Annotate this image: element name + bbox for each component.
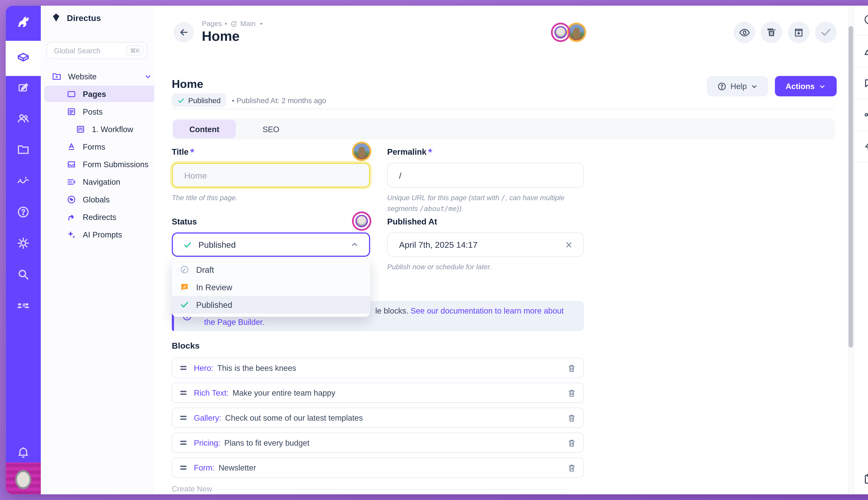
trash-icon[interactable] — [567, 413, 576, 423]
tab-content[interactable]: Content — [173, 120, 236, 138]
status-select[interactable]: Published — [172, 232, 370, 257]
sidebar-item-forms[interactable]: Forms — [44, 138, 172, 155]
trash-icon[interactable] — [567, 388, 576, 398]
module-search[interactable] — [6, 263, 41, 286]
title-field-label: Title★ — [172, 147, 195, 157]
tasks-panel-button[interactable] — [854, 473, 868, 485]
directus-rabbit-logo[interactable] — [6, 6, 41, 41]
chevron-up-icon — [350, 240, 359, 249]
drag-handle-icon[interactable] — [179, 440, 188, 446]
block-row-form[interactable]: Form:Newsletter — [172, 457, 584, 478]
chevron-down-icon[interactable] — [144, 72, 152, 80]
banner-line2: the Page Builder. — [204, 316, 265, 328]
trash-icon[interactable] — [567, 438, 576, 447]
clear-x-icon[interactable] — [564, 240, 573, 249]
module-edit[interactable] — [6, 77, 41, 99]
comment-icon — [863, 77, 868, 89]
block-row-rich-text[interactable]: Rich Text:Make your entire team happy — [172, 383, 584, 403]
docs-link-continued[interactable]: the Page Builder. — [204, 318, 265, 327]
status-option-in-review[interactable]: In Review — [172, 278, 370, 296]
drag-handle-icon[interactable] — [179, 389, 188, 396]
trash-icon[interactable] — [567, 363, 576, 373]
global-search[interactable]: ⌘K — [47, 42, 147, 59]
chevron-down-icon — [819, 82, 826, 90]
item-title: Home — [172, 78, 203, 91]
browser-icon — [66, 89, 77, 99]
sidebar-item-posts[interactable]: Posts — [44, 103, 172, 120]
permalink-field-label: Permalink★ — [387, 147, 433, 157]
breadcrumb-version[interactable]: Main — [240, 20, 255, 28]
module-insights[interactable] — [6, 169, 41, 192]
docs-link[interactable]: See our documentation to learn more abou… — [411, 306, 564, 315]
save-button[interactable] — [815, 22, 837, 43]
info-panel-button[interactable] — [854, 13, 868, 25]
field-presence-avatar-man — [354, 213, 369, 229]
published-meta: • Published At: 2 months ago — [232, 96, 326, 105]
title-input[interactable] — [183, 170, 359, 181]
app-window: Directus ⌘K Website Pages Posts — [6, 6, 868, 495]
current-user-avatar[interactable] — [6, 463, 41, 494]
page-title: Home — [202, 28, 240, 44]
flows-panel-button[interactable] — [854, 141, 868, 152]
nav-list-icon — [66, 177, 77, 187]
shares-panel-button[interactable] — [854, 109, 868, 121]
tab-seo[interactable]: SEO — [245, 120, 297, 138]
block-row-hero[interactable]: Hero:This is the bees knees — [172, 357, 584, 378]
module-files[interactable] — [6, 138, 41, 161]
block-row-pricing[interactable]: Pricing:Plans to fit every budget — [172, 432, 584, 453]
status-option-published[interactable]: Published — [172, 296, 370, 314]
sidebar-item-form-submissions[interactable]: Form Submissions — [44, 156, 172, 172]
desktop-background: Directus ⌘K Website Pages Posts — [0, 0, 868, 500]
drag-handle-icon[interactable] — [179, 464, 188, 471]
revisions-panel-button[interactable] — [854, 45, 868, 57]
sidebar-item-pages[interactable]: Pages — [44, 86, 172, 102]
trash-icon[interactable] — [567, 463, 576, 473]
presence-avatar-user2[interactable] — [569, 24, 584, 40]
comments-panel-button[interactable] — [854, 77, 868, 89]
published-at-input[interactable] — [398, 239, 564, 250]
sidebar-item-website[interactable]: Website — [44, 68, 158, 84]
search-shortcut-kbd: ⌘K — [127, 45, 144, 56]
module-users[interactable] — [6, 107, 41, 130]
module-content-active[interactable] — [6, 41, 41, 76]
drag-handle-icon[interactable] — [179, 365, 188, 371]
scrollbar-thumb[interactable] — [848, 26, 853, 348]
right-sidebar: 3 — [854, 6, 868, 495]
breadcrumb[interactable]: Pages • Main — [202, 20, 264, 28]
permalink-field[interactable] — [387, 163, 584, 188]
status-badge: Published — [172, 93, 226, 107]
preview-button[interactable] — [733, 22, 755, 43]
back-button[interactable] — [173, 22, 194, 43]
version-sync-icon — [230, 20, 237, 27]
title-field[interactable] — [172, 163, 370, 188]
notifications-bell-icon[interactable] — [6, 441, 41, 464]
folder-star-icon — [51, 71, 62, 81]
module-settings[interactable] — [6, 232, 41, 255]
permalink-input[interactable] — [398, 170, 573, 181]
main-content: Pages • Main Home Home Published • Publi… — [154, 6, 854, 495]
delete-button[interactable] — [761, 22, 782, 43]
actions-button[interactable]: Actions — [775, 76, 837, 96]
archive-button[interactable] — [788, 22, 810, 43]
presence-avatar-user1[interactable] — [553, 24, 569, 40]
divider — [854, 162, 868, 163]
drag-handle-icon[interactable] — [179, 414, 188, 421]
sidebar-item-redirects[interactable]: Redirects — [44, 209, 172, 225]
project-header[interactable]: Directus — [51, 12, 101, 23]
block-row-gallery[interactable]: Gallery:Check out some of our latest tem… — [172, 408, 584, 428]
required-marker: ★ — [427, 147, 433, 154]
sidebar-item-navigation[interactable]: Navigation — [44, 173, 172, 190]
help-button[interactable]: Help — [707, 76, 768, 96]
chevron-down-icon — [751, 82, 758, 90]
published-at-field[interactable] — [387, 232, 584, 257]
caret-down-icon — [259, 21, 264, 27]
sidebar-item-globals[interactable]: Globals — [44, 191, 172, 207]
module-docs[interactable] — [6, 201, 41, 224]
module-translations[interactable] — [6, 294, 41, 317]
create-new-label[interactable]: Create New — [172, 485, 212, 493]
breadcrumb-collection[interactable]: Pages — [202, 20, 222, 28]
global-search-input[interactable] — [53, 46, 127, 55]
status-option-draft[interactable]: Draft — [172, 261, 370, 278]
sidebar-item-ai-prompts[interactable]: AI Prompts — [44, 226, 172, 243]
rabbit-icon — [15, 15, 32, 32]
